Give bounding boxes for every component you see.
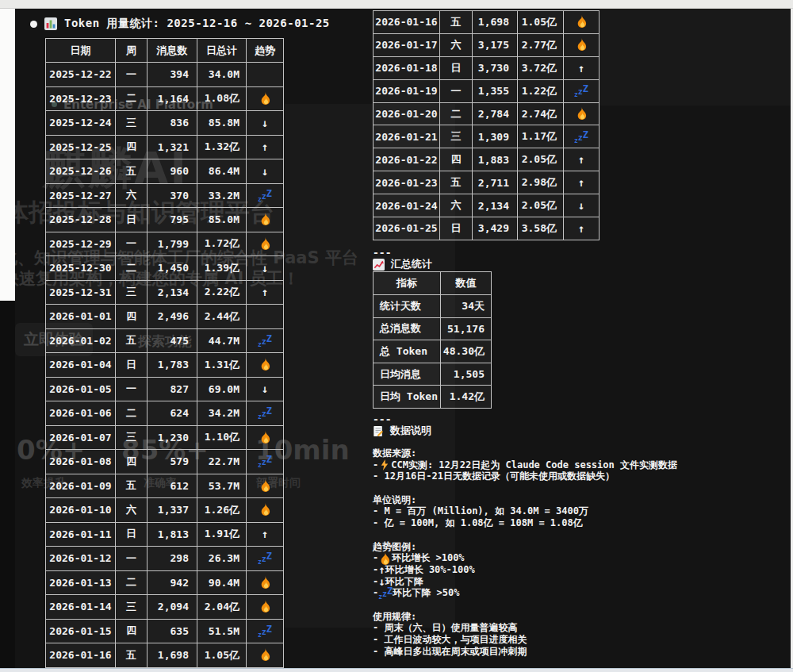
table-cell: 85.0M [197, 208, 247, 232]
table-cell: 26.3M [197, 547, 247, 571]
table-cell: 3,429 [473, 217, 518, 240]
table-row: 2026-01-12一29826.3MzzZ [46, 547, 284, 571]
trend-cell: ↓ [247, 256, 284, 281]
table-cell: 1.17亿 [518, 125, 564, 148]
token-usage-table-right: 2026-01-16五1,6981.05亿 2026-01-17六3,1752.… [373, 10, 600, 240]
table-cell: 1.10亿 [197, 425, 247, 450]
table-cell: 612 [147, 474, 197, 498]
table-row: 2026-01-16五1,6981.05亿 [374, 11, 600, 34]
column-header: 数值 [441, 272, 492, 295]
table-cell: 总 Token [374, 340, 441, 363]
table-cell: 2026-01-16 [46, 643, 116, 668]
note-text: - 高峰日多出现在周末或项目冲刺期 [373, 646, 527, 658]
table-cell: 三 [116, 425, 147, 450]
note-text: - 周末（六、日）使用量普遍较高 [373, 622, 517, 634]
note-bullet: - [373, 576, 378, 588]
table-cell: 1,230 [147, 425, 197, 450]
table-row: 2026-01-21三1,3091.17亿zzZ [374, 125, 600, 148]
table-cell: 三 [116, 595, 147, 620]
column-header: 指标 [374, 272, 441, 295]
table-cell: 五 [116, 159, 147, 184]
trend-cell: ↑ [247, 522, 284, 547]
sleep-zzz-icon: zzZ [258, 553, 272, 563]
token-usage-table-left: 日期周消息数日总计趋势2025-12-22一39434.0M2025-12-23… [45, 38, 284, 668]
table-cell: 1.08亿 [197, 86, 247, 111]
table-cell: 2.74亿 [518, 102, 564, 125]
table-cell: 六 [440, 33, 473, 56]
table-cell: 四 [116, 450, 147, 474]
down-arrow-icon: ↓ [378, 576, 385, 588]
page-background-left [0, 9, 15, 301]
table-cell: 一 [116, 547, 147, 571]
fire-icon [260, 648, 270, 661]
table-cell: 四 [116, 305, 147, 329]
note-block-title: 单位说明: [373, 494, 677, 506]
table-cell: 3,730 [473, 56, 518, 79]
trend-cell [247, 643, 284, 668]
table-cell: 六 [116, 183, 147, 208]
table-row: 2025-12-31三2,1342.22亿↑ [46, 280, 284, 305]
trend-cell [564, 102, 600, 125]
table-cell: 2026-01-23 [374, 171, 440, 194]
lightning-icon [380, 459, 389, 470]
table-cell: 1,883 [473, 148, 518, 171]
up-arrow-icon: ↑ [578, 153, 584, 166]
trend-cell [247, 232, 284, 256]
table-cell: 53.7M [197, 474, 247, 498]
note-text: 环比增长 30%-100% [385, 564, 475, 576]
table-cell: 579 [147, 450, 197, 474]
page-bottom-strip [0, 668, 793, 672]
table-row: 2025-12-27六37033.2MzzZ [46, 183, 284, 208]
table-cell: 1,164 [147, 86, 197, 111]
note-block-title: 数据来源: [373, 447, 677, 459]
column-header: 趋势 [247, 39, 284, 63]
table-cell: 1,813 [147, 522, 197, 547]
table-cell: 69.0M [197, 377, 247, 401]
table-cell: 1,505 [441, 363, 492, 386]
notes-heading: 数据说明 [373, 424, 431, 438]
table-cell: 2,496 [147, 305, 197, 329]
trend-cell [247, 425, 284, 450]
table-cell: 86.4M [197, 159, 247, 184]
table-cell: 2026-01-02 [46, 328, 116, 353]
table-row: 2026-01-16五1,6981.05亿 [46, 643, 284, 668]
table-cell: 1,799 [147, 232, 197, 256]
table-cell: 2026-01-17 [374, 33, 440, 56]
fire-icon [260, 92, 270, 105]
table-row: 2025-12-26五96086.4M↓ [46, 159, 284, 184]
note-line: - 亿 = 100M, 如 1.08亿 = 108M = 1.08亿 [373, 517, 677, 529]
table-row: 2026-01-20二2,7842.74亿 [374, 102, 600, 125]
table-cell: 2026-01-20 [374, 102, 440, 125]
table-cell: 二 [116, 86, 147, 111]
table-cell: 2026-01-08 [46, 450, 116, 474]
table-cell: 日 [116, 353, 147, 378]
table-cell: 1,450 [147, 256, 197, 281]
table-cell: 1,698 [473, 11, 518, 34]
table-cell: 2,784 [473, 102, 518, 125]
note-text: - 亿 = 100M, 如 1.08亿 = 108M = 1.08亿 [373, 517, 583, 529]
fire-icon [577, 38, 587, 51]
trend-cell: ↓ [564, 194, 600, 217]
table-cell: 2026-01-09 [46, 474, 116, 498]
terminal-window[interactable]: Enterprise AI Platform 麒麟AI 体招投标与知识管理平台 … [15, 9, 791, 668]
table-cell: 85.8M [197, 111, 247, 136]
note-text: - 12月16日-21日无数据记录（可能未使用或数据缺失） [373, 470, 615, 482]
table-row: 2026-01-04日1,7831.31亿 [46, 353, 284, 378]
trend-cell: zzZ [564, 125, 600, 148]
table-cell: 1,783 [147, 353, 197, 378]
trend-cell: zzZ [247, 619, 284, 643]
trend-cell [247, 474, 284, 498]
summary-heading-text: 汇总统计 [391, 257, 432, 271]
notes-heading-text: 数据说明 [390, 424, 431, 438]
table-cell: 2026-01-25 [374, 217, 440, 240]
table-cell: 1.26亿 [197, 498, 247, 523]
table-cell: 624 [147, 401, 197, 426]
table-header-row: 日期周消息数日总计趋势 [46, 39, 284, 63]
table-cell: 四 [116, 135, 147, 159]
table-cell: 1.72亿 [197, 232, 247, 256]
note-bullet: - [373, 459, 378, 471]
table-row: 总消息数51,176 [374, 317, 492, 340]
column-header: 周 [116, 39, 147, 63]
trend-cell [247, 353, 284, 378]
note-text: 环比下降 >50% [393, 587, 459, 599]
